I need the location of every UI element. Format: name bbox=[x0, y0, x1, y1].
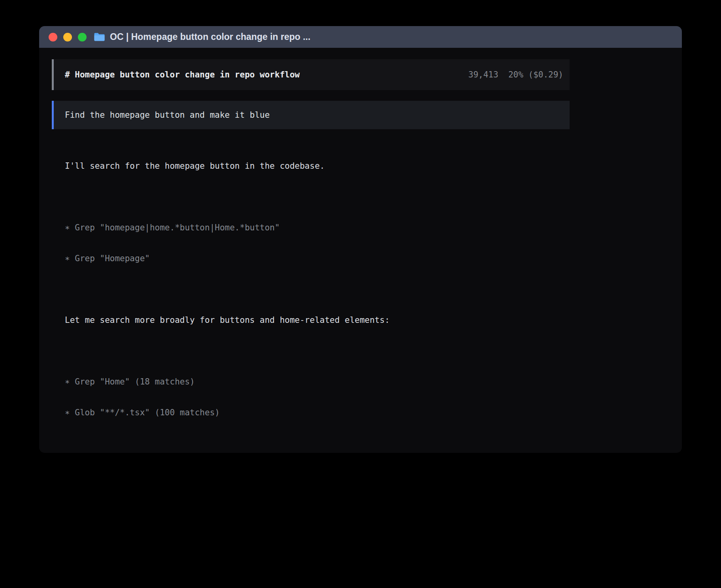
conversation: I'll search for the homepage button in t… bbox=[65, 140, 570, 453]
window-title: OC | Homepage button color change in rep… bbox=[110, 32, 310, 42]
assistant-line: Let me search more broadly for buttons a… bbox=[65, 315, 570, 325]
user-message: Find the homepage button and make it blu… bbox=[52, 101, 570, 129]
zoom-button[interactable] bbox=[78, 33, 87, 41]
assistant-text: I'll search for the homepage button in t… bbox=[65, 140, 570, 192]
session-stats: 39,413 20% ($0.29) bbox=[468, 70, 563, 79]
user-message-text: Find the homepage button and make it blu… bbox=[65, 110, 270, 120]
tool-calls: ∗ Grep "Home" (18 matches) ∗ Glob "**/*.… bbox=[65, 356, 570, 438]
tool-call-line: ∗ Grep "homepage|home.*button|Home.*butt… bbox=[65, 222, 570, 233]
assistant-text: Let me search more broadly for buttons a… bbox=[65, 294, 570, 346]
titlebar[interactable]: OC | Homepage button color change in rep… bbox=[39, 26, 682, 48]
traffic-lights bbox=[49, 33, 87, 41]
title-group: OC | Homepage button color change in rep… bbox=[94, 32, 310, 42]
session-header: # Homepage button color change in repo w… bbox=[52, 59, 570, 90]
minimize-button[interactable] bbox=[63, 33, 72, 41]
tool-call-line: ∗ Glob "**/*.tsx" (100 matches) bbox=[65, 407, 570, 418]
tool-call-line: ∗ Grep "Homepage" bbox=[65, 253, 570, 264]
session-title: # Homepage button color change in repo w… bbox=[65, 70, 300, 79]
assistant-line: I'll search for the homepage button in t… bbox=[65, 161, 570, 171]
terminal-window: OC | Homepage button color change in rep… bbox=[39, 26, 682, 453]
folder-icon bbox=[94, 32, 105, 41]
close-button[interactable] bbox=[49, 33, 57, 41]
tool-call-line: ∗ Grep "Home" (18 matches) bbox=[65, 377, 570, 387]
tool-calls: ∗ Grep "homepage|home.*button|Home.*butt… bbox=[65, 202, 570, 284]
assistant-text: I found several "Home" links. Let me loo… bbox=[65, 449, 570, 453]
tui-content: # Homepage button color change in repo w… bbox=[52, 59, 570, 453]
